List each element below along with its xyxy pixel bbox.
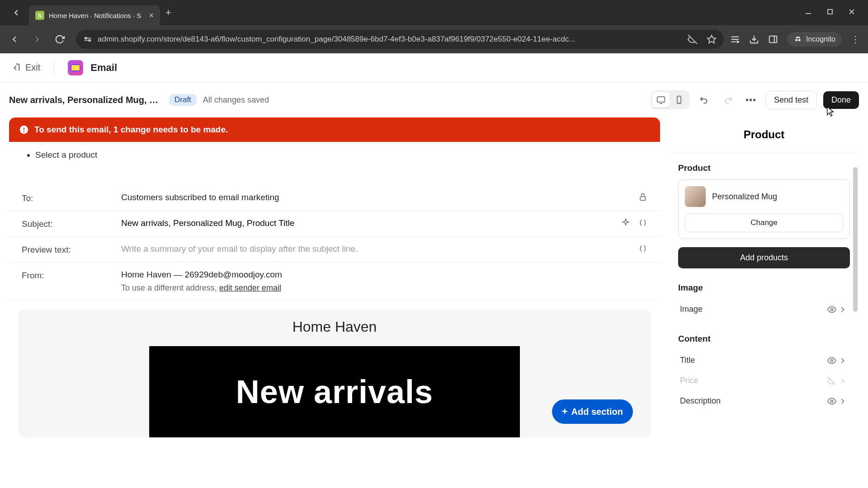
tab-history-button[interactable] bbox=[6, 3, 26, 23]
change-product-button[interactable]: Change bbox=[685, 213, 843, 232]
title-setting-row[interactable]: Title bbox=[678, 350, 850, 371]
visibility-icon[interactable] bbox=[826, 397, 837, 406]
draft-badge: Draft bbox=[169, 94, 197, 106]
from-value: Home Haven — 26929deb@moodjoy.com bbox=[121, 270, 647, 280]
svg-point-17 bbox=[795, 39, 797, 41]
incognito-badge[interactable]: Incognito bbox=[787, 32, 842, 47]
svg-rect-26 bbox=[640, 197, 646, 200]
preview-label: Preview text: bbox=[22, 244, 121, 255]
new-tab-button[interactable]: + bbox=[165, 7, 171, 19]
image-section-label: Image bbox=[678, 283, 850, 293]
close-tab-icon[interactable]: × bbox=[149, 11, 154, 20]
done-button[interactable]: Done bbox=[823, 91, 859, 109]
sidebar-title: Product bbox=[669, 117, 859, 152]
from-field-row: From: Home Haven — 26929deb@moodjoy.com … bbox=[9, 263, 660, 300]
save-status: All changes saved bbox=[203, 95, 269, 105]
media-controls-icon[interactable] bbox=[730, 34, 740, 44]
maximize-button[interactable] bbox=[826, 8, 834, 17]
app-header: Exit Email bbox=[0, 53, 868, 82]
svg-marker-9 bbox=[708, 35, 716, 43]
forward-button[interactable] bbox=[27, 29, 47, 49]
edit-sender-link[interactable]: edit sender email bbox=[219, 283, 281, 292]
chevron-right-icon bbox=[837, 376, 848, 385]
back-button[interactable] bbox=[5, 29, 24, 49]
preview-store-name: Home Haven bbox=[18, 319, 651, 335]
svg-point-27 bbox=[831, 308, 833, 310]
from-label: From: bbox=[22, 270, 121, 281]
to-value: Customers subscribed to email marketing bbox=[121, 192, 638, 202]
send-test-button[interactable]: Send test bbox=[765, 91, 817, 109]
svg-point-18 bbox=[798, 39, 801, 41]
visibility-icon[interactable] bbox=[826, 356, 837, 365]
subject-label: Subject: bbox=[22, 218, 121, 229]
visibility-off-icon[interactable] bbox=[826, 376, 837, 385]
validation-alert: To send this email, 1 change needs to be… bbox=[9, 117, 660, 142]
email-fields-card: To: Customers subscribed to email market… bbox=[9, 177, 660, 446]
editor-toolbar: New arrivals, Personalized Mug, Pro… Dra… bbox=[0, 82, 868, 117]
browser-menu-icon[interactable]: ⋮ bbox=[851, 34, 860, 45]
address-bar[interactable]: admin.shopify.com/store/de8143-a6/flow/c… bbox=[76, 30, 724, 49]
svg-rect-19 bbox=[657, 97, 665, 102]
svg-point-28 bbox=[831, 359, 833, 361]
more-actions-button[interactable]: ••• bbox=[743, 95, 759, 105]
price-setting-row[interactable]: Price bbox=[678, 371, 850, 391]
device-toggle bbox=[651, 90, 689, 109]
document-title: New arrivals, Personalized Mug, Pro… bbox=[9, 95, 163, 105]
email-app-icon bbox=[68, 60, 83, 75]
browser-tab[interactable]: S Home Haven · Notifications · S × bbox=[29, 5, 160, 25]
reload-button[interactable] bbox=[50, 29, 70, 49]
sidepanel-icon[interactable] bbox=[768, 34, 778, 44]
minimize-button[interactable] bbox=[805, 8, 812, 17]
to-label: To: bbox=[22, 192, 121, 203]
from-note: To use a different address, edit sender … bbox=[121, 283, 647, 293]
tab-title: Home Haven · Notifications · S bbox=[49, 12, 144, 19]
visibility-icon[interactable] bbox=[826, 305, 837, 314]
downloads-icon[interactable] bbox=[749, 34, 759, 44]
incognito-icon bbox=[793, 35, 802, 44]
add-section-button[interactable]: + Add section bbox=[552, 399, 633, 424]
url-text: admin.shopify.com/store/de8143-a6/flow/c… bbox=[98, 35, 682, 44]
redo-button[interactable] bbox=[719, 91, 736, 108]
close-window-button[interactable] bbox=[848, 8, 855, 17]
preview-text-input[interactable] bbox=[121, 244, 638, 254]
site-settings-icon[interactable] bbox=[83, 35, 92, 44]
svg-point-25 bbox=[24, 131, 25, 132]
hero-section[interactable]: New arrivals bbox=[149, 346, 520, 437]
to-field-row: To: Customers subscribed to email market… bbox=[9, 185, 660, 211]
image-setting-row[interactable]: Image bbox=[678, 299, 850, 319]
chevron-right-icon bbox=[837, 397, 848, 406]
product-section-label: Product bbox=[678, 163, 850, 173]
merge-tag-icon[interactable] bbox=[638, 244, 647, 255]
product-picker-card: Personalized Mug Change bbox=[678, 179, 850, 239]
description-setting-row[interactable]: Description bbox=[678, 391, 850, 411]
merge-tag-icon[interactable] bbox=[638, 218, 647, 229]
canvas-area: To send this email, 1 change needs to be… bbox=[0, 117, 669, 488]
svg-marker-13 bbox=[737, 41, 739, 43]
exit-button[interactable]: Exit bbox=[11, 62, 40, 73]
eye-off-icon[interactable] bbox=[688, 34, 698, 44]
subject-field-row: Subject: bbox=[9, 211, 660, 237]
svg-rect-21 bbox=[677, 96, 681, 104]
product-thumbnail bbox=[685, 186, 706, 207]
divider bbox=[54, 59, 54, 77]
plus-icon: + bbox=[562, 406, 568, 418]
shopify-favicon: S bbox=[35, 11, 44, 20]
alert-icon bbox=[19, 125, 29, 135]
validation-item: Select a product bbox=[35, 150, 637, 160]
chevron-right-icon bbox=[837, 305, 848, 314]
svg-point-30 bbox=[831, 400, 833, 402]
subject-input[interactable] bbox=[121, 218, 621, 228]
undo-button[interactable] bbox=[696, 91, 713, 108]
browser-chrome: S Home Haven · Notifications · S × + adm… bbox=[0, 0, 868, 53]
email-preview: Home Haven New arrivals + Add section bbox=[18, 310, 651, 437]
preview-field-row: Preview text: bbox=[9, 237, 660, 263]
exit-icon bbox=[11, 63, 21, 73]
bookmark-star-icon[interactable] bbox=[707, 34, 717, 44]
product-name: Personalized Mug bbox=[712, 192, 777, 202]
content-section-label: Content bbox=[678, 334, 850, 344]
add-products-button[interactable]: Add products bbox=[678, 247, 850, 268]
desktop-view-button[interactable] bbox=[652, 92, 670, 108]
sidebar-scrollbar[interactable] bbox=[853, 167, 858, 312]
sparkle-icon[interactable] bbox=[621, 218, 630, 229]
mobile-view-button[interactable] bbox=[670, 92, 688, 108]
